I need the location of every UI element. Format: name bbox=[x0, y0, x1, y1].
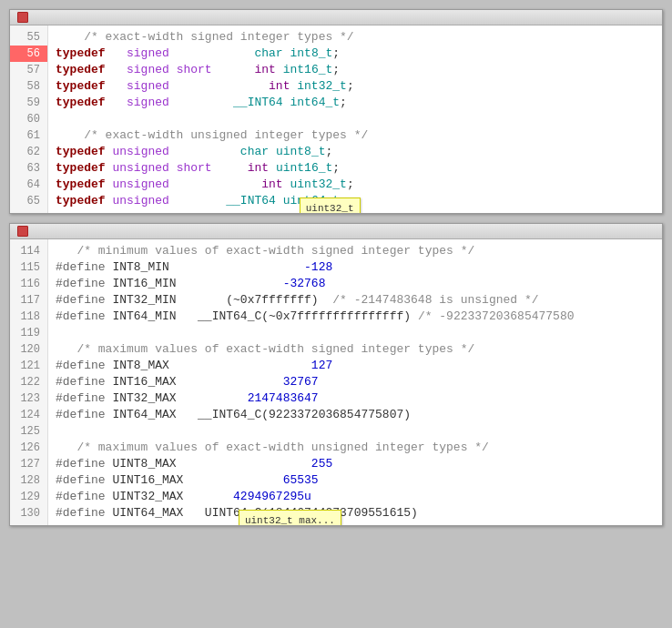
code-token bbox=[212, 160, 248, 177]
code-token: char bbox=[254, 46, 282, 62]
table-row: /* minimum values of exact-width signed … bbox=[56, 243, 655, 259]
table-row: #define UINT32_MAX 4294967295uuint32_t m… bbox=[56, 489, 655, 505]
table-row: typedef signed __INT64 int64_t; bbox=[56, 95, 655, 111]
code-token bbox=[183, 472, 282, 489]
table-row: #define UINT16_MAX 65535 bbox=[56, 472, 655, 489]
code-token: typedef bbox=[56, 95, 106, 111]
code-token: uint32_t bbox=[290, 177, 346, 193]
line-number: 124 bbox=[10, 407, 47, 423]
line-number: 130 bbox=[10, 505, 47, 522]
line-number: 118 bbox=[10, 309, 47, 325]
line-number: 129 bbox=[10, 489, 47, 505]
code-area-1: 5556575859606162636465 /* exact-width si… bbox=[10, 25, 662, 213]
line-number: 128 bbox=[10, 472, 47, 489]
code-token: /* maximum values of exact-width unsigne… bbox=[56, 440, 489, 456]
code-token bbox=[106, 78, 127, 95]
code-token: 255 bbox=[311, 456, 332, 472]
code-token: ; bbox=[332, 62, 340, 78]
code-token: INT32_MAX bbox=[106, 390, 177, 407]
code-token: signed bbox=[127, 62, 169, 78]
code-token bbox=[269, 160, 276, 177]
table-row: typedef signed char int8_t; bbox=[56, 46, 655, 62]
code-token bbox=[106, 193, 113, 209]
code-token: unsigned bbox=[112, 144, 168, 160]
code-token: #define bbox=[56, 489, 106, 505]
code-token: typedef bbox=[56, 144, 106, 160]
table-row: typedef signed int int32_t; bbox=[56, 78, 655, 95]
editor-window-2: 1141151161171181191201211221231241251261… bbox=[9, 223, 663, 526]
code-token bbox=[169, 95, 233, 111]
table-row: #define UINT8_MAX 255 bbox=[56, 456, 655, 472]
code-token: #define bbox=[56, 259, 106, 276]
table-row: /* maximum values of exact-width unsigne… bbox=[56, 440, 655, 456]
table-row: typedef signed short int int16_t; bbox=[56, 62, 655, 78]
code-token: typedef bbox=[56, 62, 106, 78]
code-token: typedef bbox=[56, 193, 106, 209]
code-token bbox=[169, 177, 261, 193]
code-token bbox=[169, 259, 304, 276]
table-row: #define INT32_MAX 2147483647 bbox=[56, 390, 655, 407]
code-token: (~0x7fffffff) bbox=[177, 292, 319, 309]
code-token: -128 bbox=[304, 259, 332, 276]
code-token: 4294967295u bbox=[233, 489, 311, 505]
table-row: /* exact-width unsigned integer types */ bbox=[56, 127, 655, 144]
table-row: typedef unsigned short int uint16_t; bbox=[56, 160, 655, 177]
code-token: #define bbox=[56, 374, 106, 390]
code-token: ; bbox=[340, 95, 347, 111]
tooltip-box-2: uint32_t max... bbox=[239, 510, 341, 525]
code-token bbox=[169, 193, 226, 209]
code-token: ; bbox=[332, 46, 340, 62]
code-token: UINT8_MAX bbox=[106, 456, 177, 472]
code-token bbox=[212, 62, 255, 78]
code-token: typedef bbox=[56, 78, 106, 95]
code-token: typedef bbox=[56, 160, 106, 177]
code-token: uint8_t bbox=[276, 144, 326, 160]
table-row: typedef unsigned int uint32_t;uint32_t bbox=[56, 177, 655, 193]
code-token: int bbox=[269, 78, 290, 95]
code-lines-1: /* exact-width signed integer types */ty… bbox=[48, 25, 662, 213]
line-number: 62 bbox=[10, 144, 47, 160]
code-token: /* -2147483648 is unsigned */ bbox=[319, 292, 539, 309]
title-bar-1 bbox=[10, 10, 662, 25]
line-number: 126 bbox=[10, 440, 47, 456]
code-token bbox=[283, 46, 290, 62]
table-row: #define INT64_MAX __INT64_C(922337203685… bbox=[56, 407, 655, 423]
code-token: -32768 bbox=[283, 276, 326, 292]
table-row bbox=[56, 423, 655, 440]
code-token: /* minimum values of exact-width signed … bbox=[56, 243, 474, 259]
close-icon[interactable] bbox=[17, 12, 28, 23]
code-token: 127 bbox=[311, 358, 332, 374]
code-token: ; bbox=[347, 177, 354, 193]
code-token bbox=[106, 62, 127, 78]
code-token: ; bbox=[347, 78, 354, 95]
code-token bbox=[283, 177, 290, 193]
table-row: /* exact-width signed integer types */ bbox=[56, 29, 655, 46]
code-token: signed bbox=[127, 46, 169, 62]
table-row: #define INT16_MAX 32767 bbox=[56, 374, 655, 390]
code-token: #define bbox=[56, 292, 106, 309]
code-token bbox=[290, 78, 297, 95]
line-number: 58 bbox=[10, 78, 47, 95]
code-token: INT64_MAX __INT64_C(9223372036854775807) bbox=[106, 407, 411, 423]
code-token bbox=[169, 62, 177, 78]
code-token: INT64_MIN __INT64_C(~0x7fffffffffffffff) bbox=[106, 309, 411, 325]
line-number: 115 bbox=[10, 259, 47, 276]
code-token bbox=[169, 160, 177, 177]
code-token: signed bbox=[127, 95, 169, 111]
code-token: #define bbox=[56, 456, 106, 472]
code-token: #define bbox=[56, 407, 106, 423]
table-row bbox=[56, 325, 655, 341]
code-lines-2: /* minimum values of exact-width signed … bbox=[48, 239, 662, 525]
code-token: ; bbox=[326, 144, 333, 160]
code-token: /* exact-width unsigned integer types */ bbox=[56, 127, 368, 144]
code-token: int64_t bbox=[290, 95, 340, 111]
line-number: 64 bbox=[10, 177, 47, 193]
close-icon-2[interactable] bbox=[17, 226, 28, 237]
code-token: 65535 bbox=[283, 472, 319, 489]
code-token: #define bbox=[56, 505, 106, 522]
line-number: 55 bbox=[10, 29, 47, 46]
code-token: #define bbox=[56, 358, 106, 374]
tooltip-box: uint32_t bbox=[300, 198, 361, 213]
line-numbers-2: 1141151161171181191201211221231241251261… bbox=[10, 239, 48, 525]
code-token: uint16_t bbox=[276, 160, 332, 177]
